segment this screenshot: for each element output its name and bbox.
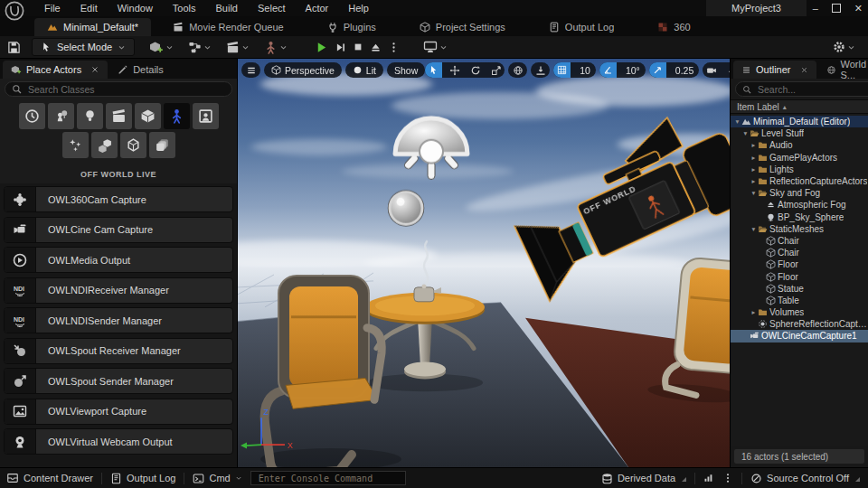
scale-snap-toggle[interactable] xyxy=(649,62,666,78)
rotate-tool-button[interactable] xyxy=(467,62,484,78)
outliner-row-lights[interactable]: ▸Lights xyxy=(731,164,868,175)
content-drawer-button[interactable]: Content Drawer xyxy=(6,472,93,484)
menu-actor[interactable]: Actor xyxy=(296,1,339,15)
minimize-button[interactable]: – xyxy=(813,4,818,14)
blueprints-button[interactable] xyxy=(188,41,212,54)
expander-arrow-icon[interactable]: ▾ xyxy=(750,189,758,197)
expander-arrow-icon[interactable]: ▾ xyxy=(741,129,750,137)
world-local-toggle[interactable] xyxy=(508,62,527,78)
category-visual-effects[interactable] xyxy=(193,103,219,129)
category-lights[interactable] xyxy=(77,103,103,129)
status-kebab-icon[interactable] xyxy=(722,473,733,483)
place-actor-item[interactable]: OWLViewport Capture xyxy=(4,399,233,425)
outliner-row-chair[interactable]: Chair xyxy=(731,247,868,258)
outliner-row-statue[interactable]: Statue xyxy=(731,283,868,295)
output-log-button[interactable]: Output Log xyxy=(110,473,175,484)
tab-project-settings[interactable]: Project Settings xyxy=(398,18,527,36)
rotation-snap-value[interactable]: 10° xyxy=(620,65,646,76)
outliner-row-floor[interactable]: Floor xyxy=(731,258,868,270)
console-command-input[interactable] xyxy=(257,473,400,484)
stop-button[interactable] xyxy=(353,42,363,52)
category-all-classes[interactable] xyxy=(149,132,175,158)
tab-world-settings[interactable]: World S... xyxy=(818,61,868,79)
place-actor-item[interactable]: OWLVirtual Webcam Output xyxy=(4,428,233,455)
menu-file[interactable]: File xyxy=(34,1,71,15)
expander-arrow-icon[interactable]: ▸ xyxy=(750,141,758,149)
tab-movie-render-queue[interactable]: Movie Render Queue xyxy=(151,18,306,36)
outliner-search-input[interactable] xyxy=(756,83,868,96)
camera-speed-value[interactable]: 4 xyxy=(723,65,730,76)
category-fx[interactable] xyxy=(62,132,89,158)
place-actor-item[interactable]: OWLSpout Receiver Manager xyxy=(4,338,233,364)
place-actor-item[interactable]: NDIOWLNDIReceiver Manager xyxy=(4,277,233,304)
place-actor-item[interactable]: OWL360Cam Capture xyxy=(4,186,233,212)
place-actor-item[interactable]: OWLMedia Output xyxy=(4,247,233,273)
place-actor-item[interactable]: NDIOWLNDISender Manager xyxy=(4,307,233,333)
console-command-field[interactable] xyxy=(250,471,406,485)
expander-arrow-icon[interactable]: ▾ xyxy=(733,117,741,126)
cinematics-button[interactable] xyxy=(226,41,250,54)
play-options-kebab-icon[interactable] xyxy=(388,42,400,53)
level-viewport[interactable]: OFF WORLD xyxy=(238,59,730,467)
expander-arrow-icon[interactable]: ▸ xyxy=(750,165,758,174)
tab-outliner[interactable]: Outliner xyxy=(733,61,816,79)
tab-details[interactable]: Details xyxy=(109,61,172,79)
close-icon[interactable] xyxy=(800,66,808,74)
expander-arrow-icon[interactable]: ▸ xyxy=(750,154,758,162)
tab-place-actors[interactable]: Place Actors xyxy=(3,61,108,79)
grid-snap-toggle[interactable] xyxy=(553,62,571,78)
outliner-row-gameplayactors[interactable]: ▸GamePlayActors xyxy=(731,152,868,164)
expander-arrow-icon[interactable]: ▸ xyxy=(750,308,758,316)
close-button[interactable]: ✕ xyxy=(854,4,863,14)
category-shapes[interactable] xyxy=(135,103,161,129)
menu-build[interactable]: Build xyxy=(206,1,248,15)
outliner-row-minimal-default-editor-[interactable]: ▾Minimal_Default (Editor) xyxy=(731,116,868,127)
move-tool-button[interactable] xyxy=(446,62,463,78)
editor-settings-button[interactable] xyxy=(833,41,855,53)
outliner-row-reflectioncaptureactors[interactable]: ▸ReflectionCaptureActors xyxy=(731,175,868,187)
add-actor-button[interactable] xyxy=(149,40,174,54)
outliner-row-volumes[interactable]: ▸Volumes xyxy=(731,306,868,318)
search-classes-field[interactable] xyxy=(5,81,232,97)
place-actor-item[interactable]: OWLCine Cam Capture xyxy=(4,217,233,243)
outliner-row-staticmeshes[interactable]: ▾StaticMeshes xyxy=(731,223,868,235)
place-actor-item[interactable]: OWLSpout Sender Manager xyxy=(4,368,233,394)
surface-snapping-button[interactable] xyxy=(531,62,550,78)
play-character-button[interactable] xyxy=(264,41,288,54)
expander-arrow-icon[interactable]: ▾ xyxy=(750,225,758,233)
select-mode-dropdown[interactable]: Select Mode xyxy=(32,38,135,56)
menu-tools[interactable]: Tools xyxy=(163,1,206,15)
lit-mode-button[interactable]: Lit xyxy=(345,62,383,78)
platforms-button[interactable] xyxy=(423,40,448,54)
menu-select[interactable]: Select xyxy=(248,1,296,15)
sky-sphere-billboard[interactable] xyxy=(389,191,424,226)
tab-minimal-default-[interactable]: Minimal_Default* xyxy=(34,18,151,36)
outliner-row-bp-sky-sphere[interactable]: BP_Sky_Sphere xyxy=(731,211,868,223)
menu-window[interactable]: Window xyxy=(108,1,163,15)
category-basic[interactable] xyxy=(48,103,74,129)
eject-button[interactable] xyxy=(370,42,382,53)
grid-snap-value[interactable]: 10 xyxy=(574,65,596,76)
close-icon[interactable] xyxy=(90,65,99,74)
cmd-dropdown[interactable]: Cmd xyxy=(193,473,241,484)
category-volumes[interactable] xyxy=(120,132,146,158)
outliner-column-header[interactable]: Item Label ▴ xyxy=(731,99,868,114)
scale-tool-button[interactable] xyxy=(487,62,505,78)
scale-snap-value[interactable]: 0.25 xyxy=(670,65,699,76)
outliner-row-table[interactable]: Table xyxy=(731,295,868,306)
category-cinematic[interactable] xyxy=(106,103,132,129)
maximize-button[interactable] xyxy=(832,4,841,13)
search-classes-input[interactable] xyxy=(26,83,225,96)
outliner-row-atmospheric-fog[interactable]: Atmospheric Fog xyxy=(731,199,868,211)
viewport-options-button[interactable] xyxy=(241,62,260,78)
category-characters[interactable] xyxy=(164,103,190,129)
rotation-snap-toggle[interactable] xyxy=(599,62,617,78)
outliner-row-sky-and-fog[interactable]: ▾Sky and Fog xyxy=(731,187,868,199)
frame-skip-button[interactable] xyxy=(335,42,346,53)
expander-arrow-icon[interactable]: ▸ xyxy=(750,177,758,185)
outliner-row-floor[interactable]: Floor xyxy=(731,270,868,282)
category-geometry[interactable] xyxy=(91,132,118,158)
play-button[interactable] xyxy=(315,41,328,54)
camera-speed-icon[interactable] xyxy=(703,62,720,78)
save-button[interactable] xyxy=(7,41,21,54)
